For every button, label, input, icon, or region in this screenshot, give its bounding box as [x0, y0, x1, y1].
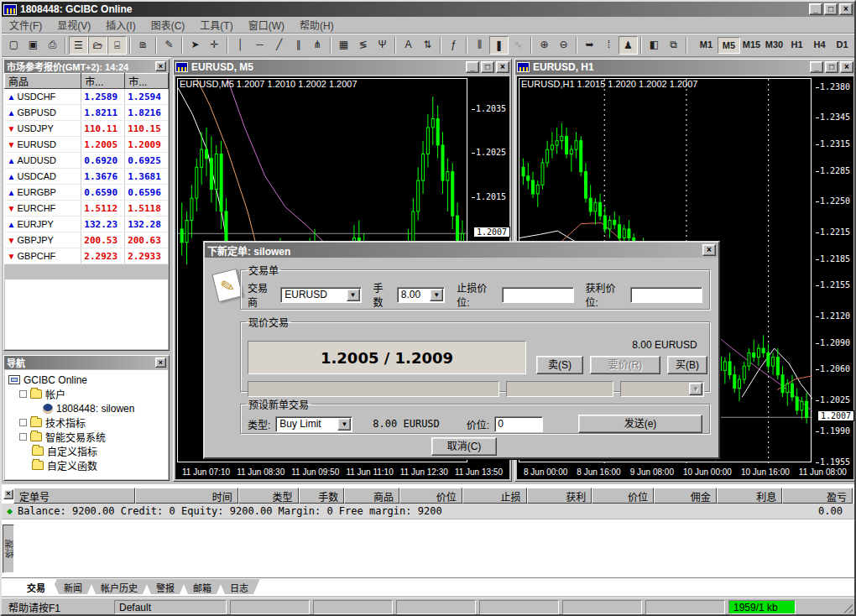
- sidebar-item-0[interactable]: 帐户: [5, 387, 168, 401]
- fibo-retracement-tool[interactable]: ≶: [353, 36, 373, 55]
- expert-advisor-button[interactable]: ♟: [619, 36, 638, 55]
- symbol-cell[interactable]: ▲EURJPY: [5, 217, 81, 232]
- order-type-select[interactable]: Buy Limit ▼: [275, 416, 352, 432]
- terminal-column-4[interactable]: 商品: [344, 488, 399, 504]
- sidebar-item-5[interactable]: 自定义函数: [5, 458, 168, 472]
- symbol-cell[interactable]: ▼EURCHF: [5, 201, 81, 217]
- navigator-root[interactable]: GCIBC Online: [5, 373, 168, 387]
- timeframe-d1[interactable]: D1: [831, 37, 853, 54]
- table-row[interactable]: ▼GBPJPY200.53200.63: [5, 232, 169, 248]
- arrow-objects-tool[interactable]: ⇅: [418, 36, 437, 55]
- tab-0[interactable]: 交易: [15, 578, 57, 594]
- symbol-select[interactable]: EURUSD ▼: [280, 287, 361, 303]
- menu-item-0[interactable]: 文件(F): [2, 16, 50, 34]
- candlestick-button[interactable]: ❚: [489, 36, 509, 55]
- chart-minimize-button[interactable]: _: [466, 61, 479, 73]
- chart-maximize-button[interactable]: □: [825, 61, 838, 73]
- market-watch-toggle[interactable]: ☰: [69, 36, 88, 55]
- sidebar-item-4[interactable]: 自定义指标: [5, 444, 168, 458]
- chart-titlebar[interactable]: EURUSD, H1 _ □ ×: [515, 60, 855, 75]
- terminal-column-10[interactable]: 利息: [717, 488, 783, 504]
- new-window-button[interactable]: ◧: [645, 36, 664, 55]
- table-row[interactable]: ▲EURGBP0.65900.6596: [5, 185, 169, 201]
- market-watch-column-1[interactable]: 市...: [81, 74, 125, 89]
- menu-item-2[interactable]: 插入(I): [98, 16, 143, 34]
- table-row[interactable]: ▲GBPUSD1.82111.8216: [5, 105, 169, 121]
- table-row[interactable]: ▲AUDUSD0.69200.6925: [5, 153, 169, 169]
- timeframe-h1[interactable]: H1: [786, 37, 808, 54]
- menu-item-6[interactable]: 帮助(H): [292, 16, 342, 34]
- terminal-column-3[interactable]: 手数: [299, 488, 345, 504]
- bar-chart-button[interactable]: ⫼: [470, 36, 489, 55]
- chevron-down-icon[interactable]: ▼: [347, 289, 360, 301]
- channel-tool[interactable]: ∥: [289, 36, 308, 55]
- pending-price-field[interactable]: [494, 416, 543, 432]
- table-row[interactable]: ▼EURCHF1.51121.5118: [5, 201, 169, 217]
- chevron-down-icon[interactable]: ▼: [430, 289, 443, 301]
- terminal-column-6[interactable]: 止损: [462, 488, 527, 504]
- sidebar-item-2[interactable]: 技术指标: [5, 415, 168, 430]
- fx-indicators-button[interactable]: ƒ: [444, 36, 463, 55]
- terminal-close-icon[interactable]: ×: [3, 489, 13, 499]
- chart-minimize-button[interactable]: _: [810, 61, 823, 73]
- symbol-cell[interactable]: ▲GBPUSD: [5, 105, 81, 121]
- pitchfork-tool[interactable]: Ψ: [373, 36, 392, 55]
- buy-button[interactable]: 买(B): [667, 356, 707, 374]
- sidebar-item-3[interactable]: 智能交易系统: [5, 430, 168, 444]
- table-row[interactable]: ▼GBPCHF2.29232.2933: [5, 248, 169, 264]
- terminal-side-tab[interactable]: 终端: [3, 525, 14, 573]
- auto-scroll-button[interactable]: ➥: [580, 36, 599, 55]
- tree-collapse-icon[interactable]: [19, 390, 27, 398]
- menu-item-5[interactable]: 窗口(W): [241, 16, 292, 34]
- symbol-cell[interactable]: ▲EURGBP: [5, 185, 81, 201]
- tab-4[interactable]: 邮箱: [181, 578, 223, 594]
- cancel-button[interactable]: 取消(C): [431, 437, 497, 456]
- minimize-button[interactable]: _: [809, 3, 822, 15]
- terminal-column-9[interactable]: 佣金: [654, 488, 717, 504]
- print-button[interactable]: ⎙: [43, 36, 62, 55]
- chart-close-button[interactable]: ×: [496, 61, 509, 73]
- tree-expand-icon[interactable]: [19, 433, 27, 441]
- sell-button[interactable]: 卖(S): [536, 356, 583, 374]
- save-button[interactable]: ▣: [23, 36, 43, 55]
- fibo-fan-tool[interactable]: ⋔: [308, 36, 327, 55]
- terminal-column-2[interactable]: 类型: [238, 488, 299, 504]
- table-row[interactable]: ▼EURUSD1.20051.2009: [5, 137, 169, 153]
- line-chart-button[interactable]: ∿: [509, 36, 528, 55]
- send-button[interactable]: 发送(e): [578, 415, 702, 433]
- ask-price-button[interactable]: 要价(R): [590, 356, 660, 374]
- sidebar-item-1[interactable]: 1808448: silowen: [5, 401, 168, 415]
- terminal-column-8[interactable]: 价位: [592, 488, 654, 504]
- symbol-cell[interactable]: ▲USDCHF: [5, 89, 81, 105]
- timeframe-m15[interactable]: M15: [740, 37, 763, 54]
- terminal-column-1[interactable]: 时间: [135, 488, 237, 504]
- symbol-cell[interactable]: ▼GBPJPY: [5, 232, 81, 248]
- menu-item-3[interactable]: 图表(C): [144, 16, 193, 34]
- trendline-tool[interactable]: ╱: [269, 36, 289, 55]
- timeframe-h4[interactable]: H4: [808, 37, 831, 54]
- resize-grip[interactable]: [841, 602, 853, 613]
- menu-item-4[interactable]: 工具(T): [192, 16, 240, 34]
- terminal-column-0[interactable]: 定单号: [13, 488, 135, 504]
- new-order-button[interactable]: 🗈: [133, 36, 153, 55]
- navigator-toggle[interactable]: 🗁: [88, 36, 107, 55]
- table-row[interactable]: ▼USDJPY110.11110.15: [5, 121, 169, 137]
- new-chart-button[interactable]: ▢: [4, 36, 23, 55]
- market-watch-column-2[interactable]: 市...: [125, 74, 169, 89]
- dialog-close-icon[interactable]: ×: [702, 244, 716, 256]
- takeprofit-field[interactable]: [630, 287, 702, 303]
- symbol-cell[interactable]: ▼EURUSD: [5, 137, 81, 153]
- tab-2[interactable]: 帐户历史: [89, 578, 149, 594]
- timeframe-m1[interactable]: M1: [695, 37, 718, 54]
- table-row[interactable]: ▲EURJPY132.23132.28: [5, 217, 169, 232]
- tab-1[interactable]: 新闻: [52, 578, 94, 594]
- zoom-in-button[interactable]: ⊕: [535, 36, 554, 55]
- symbol-cell[interactable]: ▼GBPCHF: [5, 248, 81, 264]
- terminal-column-5[interactable]: 价位: [399, 488, 462, 504]
- table-row[interactable]: ▲USDCHF1.25891.2594: [5, 89, 169, 105]
- terminal-column-7[interactable]: 获利: [527, 488, 592, 504]
- vertical-line-tool[interactable]: │: [231, 36, 250, 55]
- tab-3[interactable]: 警报: [144, 578, 186, 594]
- stoploss-field[interactable]: [502, 287, 574, 303]
- maximize-button[interactable]: □: [824, 3, 838, 15]
